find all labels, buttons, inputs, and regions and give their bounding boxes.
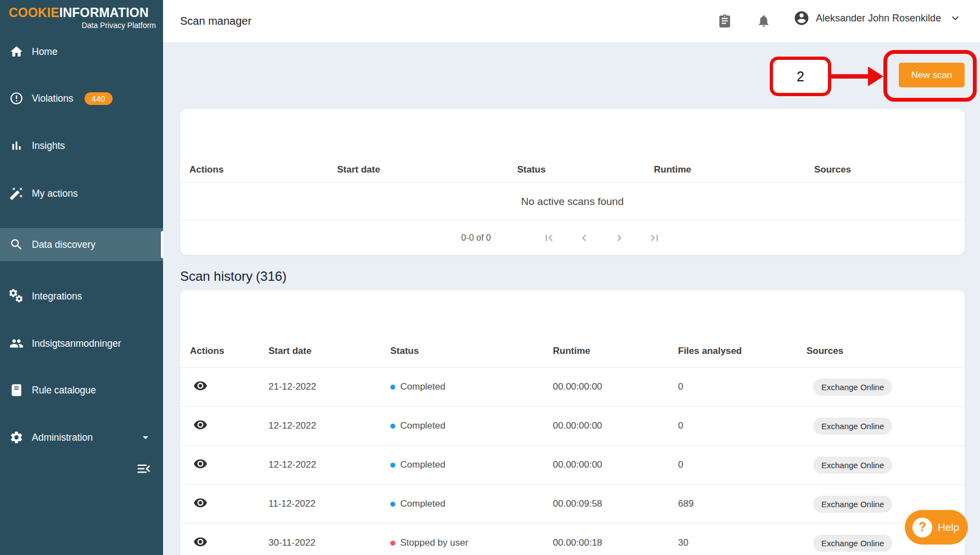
column-header-status: Status — [390, 346, 553, 357]
annotation-arrow-head — [868, 66, 883, 86]
next-page-icon[interactable] — [613, 231, 626, 245]
annotation-step-number: 2 — [797, 69, 804, 85]
people-icon — [9, 336, 24, 351]
scan-start-date: 12-12-2022 — [268, 459, 390, 470]
column-header-sources: Sources — [807, 346, 965, 357]
brand-tagline: Data Privacy Platform — [9, 21, 156, 30]
new-scan-button[interactable]: New scan — [899, 63, 965, 87]
sidebar-item-label: Administration — [32, 432, 93, 443]
pagination: 0-0 of 0 — [180, 220, 965, 256]
sidebar-item-violations[interactable]: Violations 440 — [0, 82, 163, 115]
first-page-icon[interactable] — [542, 231, 556, 245]
scan-history-card: Actions Start date Status Runtime Files … — [180, 290, 965, 555]
sidebar-item-label: Integrations — [32, 291, 82, 302]
previous-page-icon[interactable] — [578, 231, 591, 245]
files-analysed: 0 — [678, 381, 807, 392]
source-badge: Exchange Online — [813, 496, 892, 513]
sidebar-item-label: Indsigtsanmodninger — [32, 338, 121, 349]
sidebar-item-label: Insights — [32, 140, 65, 152]
sidebar: COOKIEINFORMATION Data Privacy Platform … — [0, 0, 163, 555]
page-title: Scan manager — [180, 15, 251, 27]
scan-runtime: 00.00:00:00 — [553, 420, 678, 431]
sidebar-collapse-button[interactable] — [136, 460, 152, 477]
scan-status: Stopped by user — [400, 537, 468, 548]
source-badge: Exchange Online — [813, 535, 892, 552]
question-mark-icon: ? — [912, 518, 932, 537]
scan-status: Completed — [400, 459, 445, 470]
status-dot — [390, 463, 395, 468]
view-scan-icon[interactable] — [193, 535, 208, 549]
sidebar-item-indsigtsanmodninger[interactable]: Indsigtsanmodninger — [0, 327, 163, 360]
help-label: Help — [938, 521, 959, 534]
files-analysed: 0 — [678, 420, 807, 431]
sidebar-item-rule-catalogue[interactable]: Rule catalogue — [0, 374, 163, 407]
sidebar-item-data-discovery[interactable]: Data discovery — [0, 228, 163, 261]
violations-count-badge: 440 — [85, 92, 113, 105]
scan-start-date: 30-11-2022 — [268, 537, 390, 548]
column-header-runtime: Runtime — [553, 346, 678, 357]
topbar: Scan manager Aleksander John Rosenkilde — [163, 0, 980, 42]
scan-runtime: 00.00:00:18 — [553, 537, 678, 548]
scan-status: Completed — [400, 498, 445, 509]
sidebar-item-label: Rule catalogue — [32, 385, 96, 396]
table-row: 11-12-2022 Completed 00.00:09:58 689 Exc… — [180, 484, 965, 523]
scan-start-date: 11-12-2022 — [268, 498, 390, 509]
column-header-status: Status — [517, 164, 654, 175]
view-scan-icon[interactable] — [193, 496, 208, 510]
annotation-arrow-line — [831, 74, 869, 79]
sidebar-item-integrations[interactable]: Integrations — [0, 280, 163, 313]
files-analysed: 689 — [678, 498, 807, 509]
scan-history-title-text: Scan history — [180, 269, 253, 284]
source-badge: Exchange Online — [813, 379, 892, 396]
chevron-down-icon — [941, 12, 962, 25]
avatar-icon — [793, 10, 810, 26]
status-dot — [390, 385, 395, 390]
help-button[interactable]: ? Help — [905, 510, 968, 545]
scan-start-date: 12-12-2022 — [268, 420, 390, 431]
brand-cookie: COOKIE — [9, 5, 59, 20]
sidebar-item-home[interactable]: Home — [0, 35, 163, 68]
view-scan-icon[interactable] — [193, 379, 208, 393]
view-scan-icon[interactable] — [193, 418, 208, 432]
brand-wordmark: COOKIEINFORMATION — [9, 5, 156, 20]
pagination-range-label: 0-0 of 0 — [461, 233, 491, 243]
selected-indicator — [161, 231, 163, 258]
sidebar-item-label: Home — [32, 46, 58, 58]
home-icon — [9, 45, 24, 59]
magic-wand-icon — [9, 186, 24, 201]
column-header-sources: Sources — [814, 164, 965, 175]
chevron-down-icon[interactable] — [139, 431, 152, 444]
sidebar-item-my-actions[interactable]: My actions — [0, 177, 163, 210]
files-analysed: 30 — [678, 537, 807, 548]
exclamation-circle-icon — [9, 91, 24, 106]
source-badge: Exchange Online — [813, 457, 892, 474]
clipboard-icon[interactable] — [718, 14, 732, 28]
scan-status: Completed — [400, 381, 445, 392]
brand-information: INFORMATION — [59, 5, 149, 20]
brand-logo: COOKIEINFORMATION Data Privacy Platform — [9, 5, 156, 30]
bell-icon[interactable] — [757, 14, 771, 28]
column-header-runtime: Runtime — [654, 164, 814, 175]
sidebar-item-insights[interactable]: Insights — [0, 129, 163, 162]
column-header-start-date: Start date — [337, 164, 517, 175]
column-header-start-date: Start date — [268, 346, 390, 357]
active-scans-card: Actions Start date Status Runtime Source… — [180, 109, 965, 255]
sidebar-item-label: My actions — [32, 188, 78, 199]
view-scan-icon[interactable] — [193, 457, 208, 471]
scan-history-count: (316) — [256, 269, 287, 284]
bar-chart-icon — [9, 138, 24, 153]
user-menu[interactable]: Aleksander John Rosenkilde — [793, 10, 962, 26]
search-icon — [9, 237, 24, 252]
status-dot — [390, 541, 395, 546]
table-row: 12-12-2022 Completed 00.00:00:00 0 Excha… — [180, 445, 965, 484]
status-dot — [390, 502, 395, 507]
sidebar-item-administration[interactable]: Administration — [0, 421, 163, 454]
table-row: 12-12-2022 Completed 00.00:00:00 0 Excha… — [180, 406, 965, 445]
status-dot — [390, 424, 395, 429]
scan-runtime: 00.00:00:00 — [553, 381, 678, 392]
gear-icon — [9, 430, 24, 445]
column-header-files-analysed: Files analysed — [678, 346, 807, 357]
annotation-step-box: 2 — [770, 57, 831, 96]
files-analysed: 0 — [678, 459, 807, 470]
last-page-icon[interactable] — [648, 231, 661, 245]
